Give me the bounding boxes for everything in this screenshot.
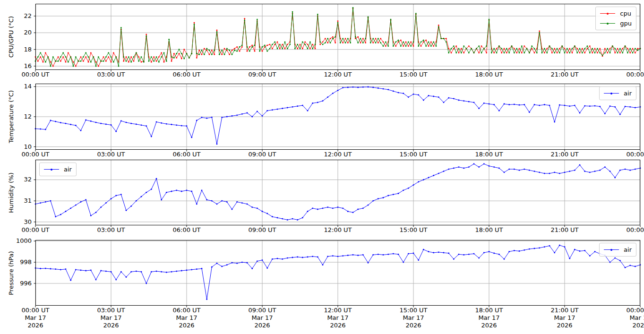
x-tick-label: 03:00 UT [90, 151, 132, 158]
x-tick-label: 15:00 UT [392, 226, 435, 234]
x-tick-label: 12:00 UT [317, 151, 359, 158]
weather-station-figure: CPU/GPU (°C) cpu gpu 00:00 UT03:00 UT06:… [0, 0, 644, 334]
x-tick-label: 03:00 UT [90, 226, 132, 234]
x-tick-label: 18:00 UT [468, 226, 510, 234]
x-tick-label: 00:00 UT [619, 71, 644, 78]
x-tick-label: 06:00 UTMar 172026 [165, 307, 208, 329]
x-tick-date: Mar 17 [392, 314, 435, 322]
y-tick-label: 14 [9, 83, 32, 90]
tick-marks [34, 86, 641, 151]
x-tick-year: 2026 [90, 322, 132, 329]
x-tick-date: Mar 17 [468, 314, 510, 322]
pressure-plot-area [35, 240, 640, 306]
legend-entry-air: air [44, 164, 72, 174]
y-tick-label: 32 [9, 176, 32, 183]
tick-marks [34, 180, 641, 227]
x-tick-label: 12:00 UTMar 172026 [317, 307, 359, 329]
x-tick-label: 06:00 UT [165, 226, 208, 234]
legend-label-gpu: gpu [620, 20, 632, 27]
x-tick-year: 2026 [165, 322, 208, 329]
cpu-line-sample-icon [600, 13, 615, 14]
x-tick-label: 21:00 UTMar 172026 [543, 307, 586, 329]
gpu-line-sample-icon [600, 23, 615, 24]
pressure-legend: air [599, 243, 636, 257]
y-tick-label: 10 [9, 143, 32, 151]
y-tick-label: 18 [9, 46, 32, 53]
pressure-chart: Pressure (hPa) air 00:00 UTMar 17202603:… [35, 240, 640, 306]
legend-entry-air: air [604, 88, 632, 98]
x-tick-label: 09:00 UT [241, 226, 283, 234]
legend-entry-gpu: gpu [600, 18, 632, 28]
x-tick-label: 06:00 UT [165, 151, 208, 158]
x-tick-label: 09:00 UT [241, 71, 283, 78]
legend-label-air: air [624, 246, 632, 253]
x-tick-label: 21:00 UT [543, 71, 586, 78]
x-tick-label: 00:00 UT [619, 151, 644, 158]
temperature-legend: air [599, 86, 636, 100]
y-tick-label: 996 [9, 280, 32, 287]
humidity-legend: air [39, 163, 77, 176]
grid-lines [35, 240, 640, 306]
grid-lines [35, 4, 640, 70]
x-tick-date: Mar 17 [165, 314, 208, 322]
pressure-y-axis-label: Pressure (hPa) [8, 268, 15, 278]
pressure-x-tick-labels: 00:00 UTMar 17202603:00 UTMar 17202606:0… [35, 306, 640, 313]
x-tick-year: 2026 [14, 322, 57, 329]
x-tick-year: 2026 [241, 322, 283, 329]
tick-marks [34, 241, 641, 307]
x-tick-year: 2026 [543, 322, 586, 329]
legend-label-air: air [64, 166, 72, 173]
x-tick-label: 15:00 UT [392, 151, 435, 158]
x-tick-year: 2026 [392, 322, 435, 329]
humidity-plot-area [35, 160, 640, 225]
y-tick-label: 30 [9, 218, 32, 226]
x-tick-label: 09:00 UTMar 172026 [241, 307, 283, 329]
x-tick-label: 18:00 UTMar 172026 [468, 307, 510, 329]
x-tick-label: 03:00 UT [90, 71, 132, 78]
grid-lines [35, 160, 640, 225]
y-tick-label: 12 [9, 113, 32, 120]
x-tick-date: Mar 17 [543, 314, 586, 322]
x-tick-label: 21:00 UT [543, 151, 586, 158]
humidity-y-axis-label: Humidity (%) [8, 188, 15, 197]
x-tick-date: Mar 17 [241, 314, 283, 322]
y-tick-label: 31 [9, 197, 32, 205]
x-tick-date: Mar 17 [14, 314, 57, 322]
x-tick-label: 12:00 UT [317, 226, 359, 234]
y-tick-label: 22 [9, 12, 32, 20]
x-tick-year: 2026 [317, 322, 359, 329]
air-line-sample-icon [604, 93, 619, 94]
x-tick-label: 00:00 UT [619, 226, 644, 234]
x-tick-label: 00:00 UTMar 172026 [14, 307, 57, 329]
legend-label-air: air [624, 90, 632, 97]
x-tick-label: 00:00 UT [14, 151, 57, 158]
x-tick-label: 15:00 UT [392, 71, 435, 78]
humidity-chart: Humidity (%) air 00:00 UT03:00 UT06:00 U… [35, 160, 640, 225]
x-tick-label: 21:00 UT [543, 226, 586, 234]
y-tick-label: 20 [9, 29, 32, 36]
air-line-sample-icon [44, 169, 59, 170]
cpu-gpu-legend: cpu gpu [595, 7, 636, 30]
x-tick-label: 00:00 UT [14, 71, 57, 78]
y-tick-label: 16 [9, 62, 32, 70]
x-tick-label: 18:00 UT [468, 151, 510, 158]
x-tick-label: 12:00 UT [317, 71, 359, 78]
x-tick-label: 15:00 UTMar 172026 [392, 307, 435, 329]
grid-lines [35, 84, 640, 150]
x-tick-label: 03:00 UTMar 172026 [90, 307, 132, 329]
temperature-plot-area [35, 84, 640, 150]
x-tick-label: 18:00 UT [468, 71, 510, 78]
legend-entry-cpu: cpu [600, 9, 632, 18]
x-tick-date: Mar 17 [90, 314, 132, 322]
tick-marks [34, 16, 641, 72]
x-tick-year: 2026 [468, 322, 510, 329]
cpu-gpu-x-tick-labels: 00:00 UT03:00 UT06:00 UT09:00 UT12:00 UT… [35, 70, 640, 77]
cpu-gpu-chart: CPU/GPU (°C) cpu gpu 00:00 UT03:00 UT06:… [35, 4, 640, 70]
humidity-x-tick-labels: 00:00 UT03:00 UT06:00 UT09:00 UT12:00 UT… [35, 225, 640, 233]
x-tick-label: 06:00 UT [165, 71, 208, 78]
x-tick-label: 00:00 UT [14, 226, 57, 234]
air-line-sample-icon [604, 249, 619, 250]
temperature-chart: Temperature (°C) air 00:00 UT03:00 UT06:… [35, 84, 640, 150]
legend-entry-air: air [604, 245, 632, 255]
x-tick-label: 00:00 UTMar 182026 [619, 307, 644, 329]
